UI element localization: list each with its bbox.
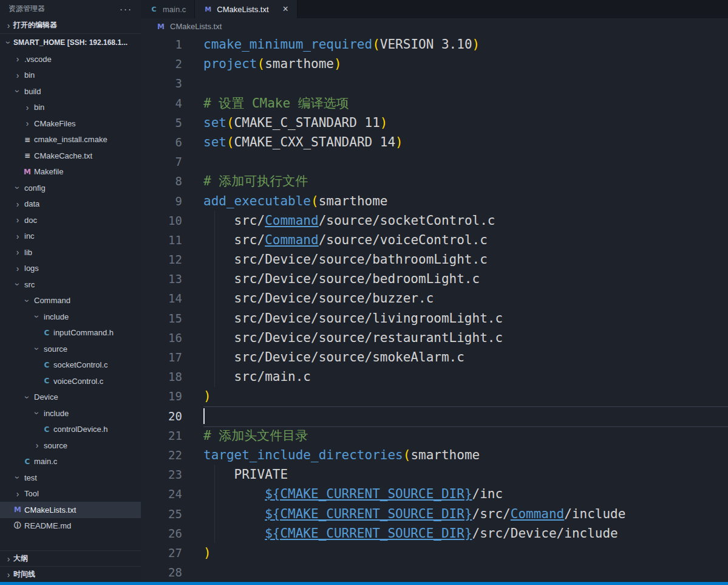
code-line-7[interactable]: 7 [141, 152, 728, 171]
code-line-27[interactable]: 27) [141, 543, 728, 563]
line-number: 1 [141, 35, 182, 54]
code-line-22[interactable]: 22target_include_directories(smarthome [141, 445, 728, 465]
code-line-17[interactable]: 17 src/Device/source/smokeAlarm.c [141, 347, 728, 367]
tree-item-label: README.md [24, 521, 71, 530]
tree-item-Tool[interactable]: ›Tool [0, 486, 141, 502]
tree-item-inputCommand.h[interactable]: CinputCommand.h [0, 325, 141, 341]
code-text: set(CMAKE_C_STANDARD 11) [203, 113, 387, 132]
chevron-right-icon: › [22, 103, 33, 112]
tree-item-CMakeLists.txt[interactable]: MCMakeLists.txt [0, 502, 141, 518]
breadcrumb[interactable]: M CMakeLists.txt [141, 18, 728, 35]
code-line-8[interactable]: 8# 添加可执行文件 [141, 171, 728, 191]
tree-item-controlDevice.h[interactable]: CcontrolDevice.h [0, 422, 141, 438]
tree-item-logs[interactable]: ›logs [0, 261, 141, 277]
code-line-23[interactable]: 23 PRIVATE [141, 465, 728, 484]
tree-item-src[interactable]: ›src [0, 276, 141, 293]
line-number: 19 [141, 386, 182, 406]
code-text: src/Command/source/socketControl.c [203, 211, 495, 230]
tree-item-CMakeFiles[interactable]: ›CMakeFiles [0, 115, 141, 132]
tree-item-config[interactable]: ›config [0, 180, 141, 196]
tree-item-source[interactable]: ›source [0, 341, 141, 357]
workspace-header[interactable]: › SMART_HOME [SSH: 192.168.1... [0, 34, 141, 51]
chevron-right-icon: › [12, 215, 23, 225]
tab-CMakeLists.txt[interactable]: MCMakeLists.txt× [195, 0, 298, 18]
c-file-icon: C [41, 377, 52, 385]
code-line-12[interactable]: 12 src/Device/source/bathroomLight.c [141, 250, 728, 269]
tree-item-.vscode[interactable]: ›.vscode [0, 51, 141, 67]
file-tree: ›.vscode›bin›build›bin›CMakeFiles≡cmake_… [0, 51, 141, 534]
tree-item-label: data [24, 199, 39, 208]
close-icon[interactable]: × [283, 4, 288, 15]
code-line-9[interactable]: 9add_executable(smarthome [141, 191, 728, 211]
timeline-section-header[interactable]: › 时间线 [0, 566, 141, 582]
code-line-2[interactable]: 2project(smarthome) [141, 54, 728, 74]
code-area[interactable]: 1cmake_minimum_required(VERSION 3.10)2pr… [141, 35, 728, 582]
tree-item-README.md[interactable]: ⓘREADME.md [0, 518, 141, 535]
chevron-right-icon: › [12, 231, 23, 241]
c-file-icon: C [41, 425, 52, 434]
tree-item-build[interactable]: ›build [0, 83, 141, 100]
tab-label: main.c [163, 5, 186, 14]
line-number: 21 [141, 426, 182, 445]
tree-item-label: include [44, 312, 69, 321]
code-line-13[interactable]: 13 src/Device/source/bedroomLight.c [141, 269, 728, 289]
code-text: cmake_minimum_required(VERSION 3.10) [203, 35, 480, 54]
tree-item-socketControl.c[interactable]: CsocketControl.c [0, 357, 141, 374]
line-number: 28 [141, 563, 182, 582]
tree-item-bin[interactable]: ›bin [0, 100, 141, 116]
tree-item-include[interactable]: ›include [0, 405, 141, 422]
line-number: 23 [141, 465, 182, 484]
tree-item-label: src [24, 280, 35, 289]
line-number: 3 [141, 74, 182, 93]
code-line-26[interactable]: 26 ${CMAKE_CURRENT_SOURCE_DIR}/src/Devic… [141, 524, 728, 543]
code-line-20[interactable]: 20 [141, 406, 728, 426]
line-number: 24 [141, 484, 182, 504]
code-line-16[interactable]: 16 src/Device/source/restaurantLight.c [141, 328, 728, 347]
outline-section-header[interactable]: › 大纲 [0, 550, 141, 566]
tree-item-voiceControl.c[interactable]: CvoiceControl.c [0, 373, 141, 389]
tree-item-bin[interactable]: ›bin [0, 67, 141, 84]
code-line-1[interactable]: 1cmake_minimum_required(VERSION 3.10) [141, 35, 728, 54]
code-text: target_include_directories(smarthome [203, 445, 480, 465]
code-line-28[interactable]: 28 [141, 563, 728, 582]
tree-item-label: CMakeCache.txt [34, 151, 92, 160]
line-number: 18 [141, 367, 182, 386]
tree-item-Command[interactable]: ›Command [0, 293, 141, 309]
code-line-11[interactable]: 11 src/Command/source/voiceControl.c [141, 230, 728, 250]
tab-main.c[interactable]: Cmain.c [141, 0, 195, 18]
code-line-21[interactable]: 21# 添加头文件目录 [141, 426, 728, 445]
chevron-down-icon: › [22, 295, 32, 306]
code-line-24[interactable]: 24 ${CMAKE_CURRENT_SOURCE_DIR}/inc [141, 484, 728, 504]
tree-item-Device[interactable]: ›Device [0, 389, 141, 406]
tree-item-CMakeCache.txt[interactable]: ≡CMakeCache.txt [0, 148, 141, 164]
tree-item-data[interactable]: ›data [0, 196, 141, 213]
code-line-3[interactable]: 3 [141, 74, 728, 93]
tree-item-include[interactable]: ›include [0, 309, 141, 325]
code-line-10[interactable]: 10 src/Command/source/socketControl.c [141, 211, 728, 230]
c-file-icon: C [41, 361, 52, 369]
tree-item-doc[interactable]: ›doc [0, 212, 141, 228]
open-editors-header[interactable]: › 打开的编辑器 [0, 17, 141, 34]
code-line-19[interactable]: 19) [141, 386, 728, 406]
code-text: set(CMAKE_CXX_STANDARD 14) [203, 132, 403, 152]
chevron-right-icon: › [12, 54, 23, 64]
tree-item-Makefile[interactable]: MMakefile [0, 164, 141, 180]
tree-item-cmake_install.cmake[interactable]: ≡cmake_install.cmake [0, 132, 141, 148]
more-actions-icon[interactable]: ··· [120, 4, 132, 14]
tree-item-lib[interactable]: ›lib [0, 244, 141, 261]
tree-item-main.c[interactable]: Cmain.c [0, 454, 141, 470]
tree-item-inc[interactable]: ›inc [0, 228, 141, 245]
tree-item-source[interactable]: ›source [0, 437, 141, 454]
code-line-4[interactable]: 4# 设置 CMake 编译选项 [141, 94, 728, 113]
code-line-6[interactable]: 6set(CMAKE_CXX_STANDARD 14) [141, 132, 728, 152]
tree-item-test[interactable]: ›test [0, 470, 141, 486]
code-text: add_executable(smarthome [203, 191, 387, 211]
code-line-5[interactable]: 5set(CMAKE_C_STANDARD 11) [141, 113, 728, 132]
code-line-18[interactable]: 18 src/main.c [141, 367, 728, 386]
code-line-25[interactable]: 25 ${CMAKE_CURRENT_SOURCE_DIR}/src/Comma… [141, 504, 728, 524]
chevron-right-icon: › [12, 199, 23, 209]
code-line-15[interactable]: 15 src/Device/source/livingroomLight.c [141, 309, 728, 328]
line-number: 7 [141, 152, 182, 171]
code-line-14[interactable]: 14 src/Device/source/buzzer.c [141, 289, 728, 308]
explorer-title: 资源管理器 [9, 4, 45, 14]
